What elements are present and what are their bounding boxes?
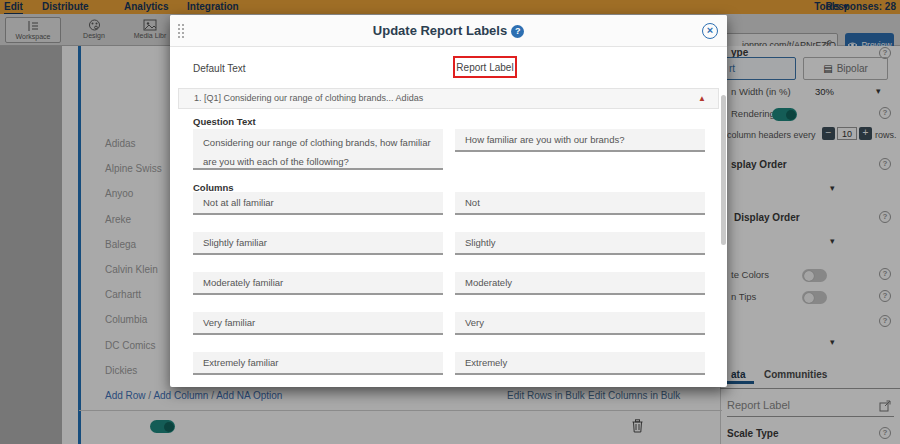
collapse-arrow-icon[interactable]: ▲ <box>698 94 706 103</box>
question-section-header[interactable]: 1. [Q1] Considering our range of clothin… <box>178 88 719 109</box>
help-icon[interactable]: ? <box>511 25 524 38</box>
modal-scrollbar[interactable] <box>721 95 726 245</box>
column-default-field[interactable]: Slightly familiar <box>193 232 443 255</box>
column-default-field[interactable]: Extremely familiar <box>193 352 443 375</box>
column-report-field[interactable]: Very <box>455 312 705 335</box>
question-text-label: Question Text <box>193 116 256 127</box>
default-text-column-header: Default Text <box>193 63 246 74</box>
close-icon[interactable]: × <box>702 23 718 39</box>
column-report-field[interactable]: Extremely <box>455 352 705 375</box>
modal-title-text: Update Report Labels <box>373 23 507 38</box>
column-report-field[interactable]: Slightly <box>455 232 705 255</box>
question-section-title: 1. [Q1] Considering our range of clothin… <box>194 93 423 103</box>
column-report-field[interactable]: Not <box>455 192 705 215</box>
column-default-field[interactable]: Moderately familiar <box>193 272 443 295</box>
survey-editor-page: Edit Distribute Analytics Integration To… <box>0 0 900 444</box>
column-default-field[interactable]: Very familiar <box>193 312 443 335</box>
report-label-column-header-highlighted: Report Label <box>453 56 517 78</box>
column-report-field[interactable]: Moderately <box>455 272 705 295</box>
question-report-label-field[interactable]: How familiar are you with our brands? <box>455 129 705 152</box>
report-label-header-text: Report Label <box>456 62 513 73</box>
question-default-text-field[interactable]: Considering our range of clothing brands… <box>193 129 443 170</box>
modal-title: Update Report Labels? <box>170 23 727 38</box>
update-report-labels-modal: Update Report Labels? × Default Text Rep… <box>170 15 727 387</box>
modal-header: Update Report Labels? × <box>170 15 727 47</box>
column-default-field[interactable]: Not at all familiar <box>193 192 443 215</box>
